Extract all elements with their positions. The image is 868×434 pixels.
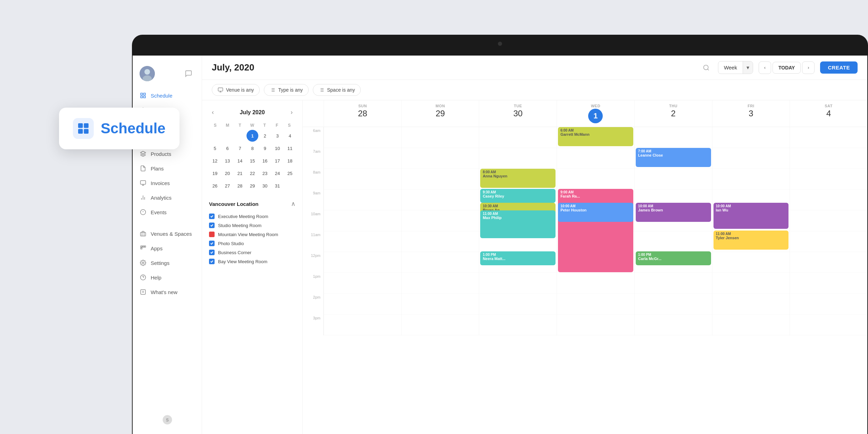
today-button[interactable]: TODAY — [773, 62, 801, 74]
sidebar-item-analytics[interactable]: Analytics — [133, 190, 202, 205]
event-block[interactable]: 11:00 AMMax Philip — [480, 210, 556, 238]
venue-list-item[interactable]: Studio Meeting Room — [209, 221, 295, 230]
venue-checkbox[interactable] — [209, 259, 215, 264]
day-cell[interactable] — [324, 294, 401, 315]
search-button[interactable] — [700, 61, 712, 74]
venue-checkbox[interactable] — [209, 232, 215, 237]
day-cell[interactable] — [790, 148, 867, 169]
sidebar-item-venues[interactable]: Venues & Spaces — [133, 226, 202, 241]
day-cell[interactable] — [790, 190, 867, 210]
mini-cal-day[interactable]: 30 — [259, 180, 271, 192]
mini-cal-day[interactable]: 19 — [209, 167, 221, 179]
mini-cal-day[interactable]: 25 — [284, 167, 296, 179]
day-column[interactable] — [790, 127, 867, 335]
mini-cal-day[interactable]: 10 — [272, 142, 283, 154]
sidebar-item-apps[interactable]: Apps — [133, 241, 202, 256]
day-cell[interactable] — [790, 294, 867, 315]
venue-list-item[interactable]: Bay View Meeting Room — [209, 257, 295, 266]
event-block[interactable]: 6:00 AMGarrett McMann — [558, 127, 633, 146]
mini-cal-day[interactable]: 16 — [259, 155, 271, 167]
day-cell[interactable] — [790, 210, 867, 231]
event-block[interactable]: 10:00 AMPeter Houston — [558, 203, 633, 222]
venue-filter[interactable]: Venue is any — [212, 84, 260, 96]
day-cell[interactable] — [790, 231, 867, 252]
day-cell[interactable] — [324, 252, 401, 273]
day-column[interactable]: 10:00 AMIan Wu11:00 AMTyler Jensen — [712, 127, 790, 335]
venue-list-item[interactable]: Executive Meeting Room — [209, 212, 295, 221]
mini-cal-day[interactable]: 24 — [272, 167, 283, 179]
day-column[interactable]: 8:00 AMAnna Nguyen9:30 AMCasey Riley10:3… — [479, 127, 557, 335]
mini-cal-day[interactable]: 17 — [272, 155, 283, 167]
day-cell[interactable] — [479, 148, 557, 169]
week-dropdown-arrow[interactable]: ▾ — [743, 61, 753, 74]
mini-cal-day[interactable]: 26 — [209, 180, 221, 192]
day-cell[interactable] — [479, 273, 557, 294]
venue-list-item[interactable]: Business Corner — [209, 248, 295, 257]
venue-checkbox[interactable] — [209, 250, 215, 255]
day-cell[interactable] — [712, 315, 790, 335]
day-cell[interactable] — [712, 273, 790, 294]
event-block[interactable]: 8:00 AMAnna Nguyen — [480, 169, 556, 188]
sidebar-item-events[interactable]: Events — [133, 205, 202, 219]
type-filter[interactable]: Type is any — [264, 84, 309, 96]
mini-cal-day[interactable]: 1 — [247, 130, 258, 142]
venue-list-item[interactable]: Photo Studio — [209, 239, 295, 248]
day-cell[interactable] — [635, 273, 712, 294]
mini-cal-day[interactable]: 27 — [222, 180, 233, 192]
mini-cal-next[interactable]: › — [288, 107, 295, 117]
mini-cal-day[interactable]: 15 — [247, 155, 258, 167]
event-block[interactable]: 9:30 AMCasey Riley — [480, 189, 556, 203]
day-cell[interactable] — [479, 127, 557, 148]
avatar[interactable] — [140, 66, 155, 81]
mini-cal-day[interactable]: 18 — [284, 155, 296, 167]
mini-cal-day[interactable]: 11 — [284, 142, 296, 154]
day-cell[interactable] — [712, 252, 790, 273]
venue-checkbox[interactable] — [209, 214, 215, 219]
day-cell[interactable] — [402, 294, 479, 315]
day-cell[interactable] — [402, 210, 479, 231]
event-block[interactable]: 10:00 AMJames Brown — [636, 203, 711, 222]
event-block[interactable]: 10:00 AMIan Wu — [713, 203, 789, 229]
next-week-button[interactable]: › — [802, 61, 815, 74]
day-cell[interactable] — [557, 315, 634, 335]
sidebar-item-help[interactable]: Help — [133, 270, 202, 285]
mini-cal-day[interactable]: 28 — [234, 180, 246, 192]
space-filter[interactable]: Space is any — [313, 84, 361, 96]
mini-cal-day[interactable]: 5 — [209, 142, 221, 154]
day-cell[interactable] — [790, 127, 867, 148]
day-cell[interactable] — [324, 148, 401, 169]
chat-icon[interactable] — [182, 67, 195, 80]
day-column[interactable] — [401, 127, 479, 335]
day-cell[interactable] — [324, 273, 401, 294]
event-block[interactable]: 1:00 PMNeera Matt... — [480, 251, 556, 265]
day-cell[interactable] — [402, 315, 479, 335]
day-cell[interactable] — [402, 169, 479, 190]
mini-cal-day[interactable]: 3 — [272, 130, 283, 142]
mini-cal-day[interactable]: 4 — [284, 130, 296, 142]
event-block[interactable]: 9:00 AMFarah Ra... — [558, 189, 633, 272]
venue-collapse-button[interactable]: ∧ — [291, 200, 295, 208]
mini-cal-day[interactable]: 14 — [234, 155, 246, 167]
day-cell[interactable] — [790, 315, 867, 335]
mini-cal-day[interactable]: 29 — [247, 180, 258, 192]
sidebar-item-schedule[interactable]: Schedule — [133, 88, 202, 103]
mini-cal-day[interactable]: 21 — [234, 167, 246, 179]
day-cell[interactable] — [557, 148, 634, 169]
mini-cal-day[interactable]: 2 — [259, 130, 271, 142]
day-cell[interactable] — [324, 231, 401, 252]
day-cell[interactable] — [324, 127, 401, 148]
create-button[interactable]: CREATE — [820, 61, 858, 74]
mini-cal-day[interactable]: 23 — [259, 167, 271, 179]
day-cell[interactable] — [790, 252, 867, 273]
day-column[interactable]: 7:00 AMLeanne Close10:00 AMJames Brown1:… — [634, 127, 712, 335]
day-cell[interactable] — [712, 148, 790, 169]
day-cell[interactable] — [479, 315, 557, 335]
day-cell[interactable] — [557, 169, 634, 190]
mini-cal-day[interactable]: 22 — [247, 167, 258, 179]
week-selector[interactable]: Week ▾ — [718, 61, 753, 74]
day-cell[interactable] — [712, 127, 790, 148]
mini-cal-day[interactable]: 31 — [272, 180, 283, 192]
day-cell[interactable] — [712, 169, 790, 190]
day-cell[interactable] — [557, 294, 634, 315]
sidebar-item-whatsnew[interactable]: What's new — [133, 285, 202, 299]
